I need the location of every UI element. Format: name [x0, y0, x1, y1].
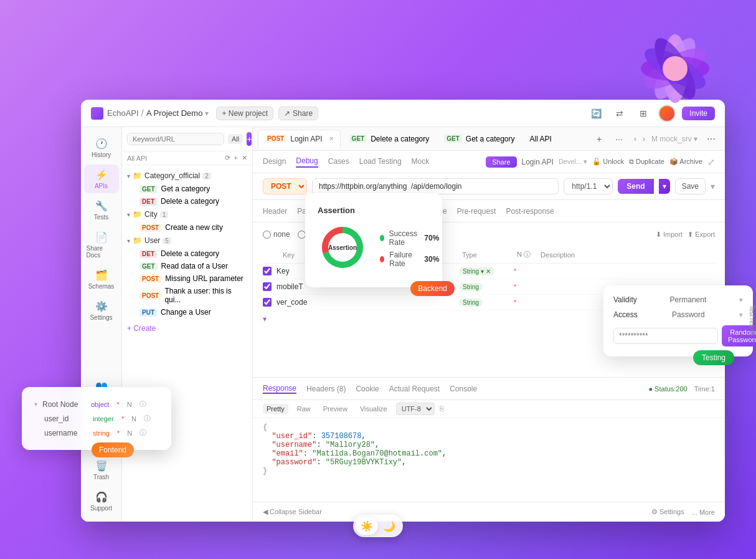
category-city[interactable]: ▾ 📁 City 1	[122, 208, 252, 221]
resp-tab-headers[interactable]: Headers (8)	[306, 385, 346, 393]
create-item[interactable]: + Create	[122, 322, 252, 335]
info-icon[interactable]: ⓘ	[139, 399, 146, 409]
tab-login-api[interactable]: POST Login API ✕	[258, 130, 341, 148]
nav-next-icon[interactable]: ›	[643, 135, 645, 143]
search-input[interactable]	[127, 133, 224, 145]
more-tree-icon[interactable]: ✕	[242, 154, 247, 162]
invite-button[interactable]: Invite	[682, 107, 715, 120]
params-tab-prerequest[interactable]: Pre-request	[457, 207, 496, 216]
resp-btn-preview[interactable]: Preview	[319, 404, 351, 414]
unlock-btn[interactable]: 🔓 Unlock	[592, 158, 624, 166]
nav-prev-icon[interactable]: ‹	[634, 135, 636, 143]
username-type: string	[93, 429, 110, 437]
encoding-select[interactable]: UTF-8	[396, 403, 435, 415]
resp-btn-raw[interactable]: Raw	[293, 404, 314, 414]
more-url-icon[interactable]: ▾	[711, 181, 715, 191]
new-project-button[interactable]: + New project	[216, 107, 273, 120]
share-button[interactable]: ↗ Share	[278, 107, 318, 120]
send-dropdown-button[interactable]: ▾	[659, 179, 670, 194]
expand-icon[interactable]: ▾	[34, 401, 37, 408]
sidebar-item-trash[interactable]: 🗑️ Trash	[84, 456, 119, 484]
resp-tab-response[interactable]: Response	[263, 384, 296, 394]
refresh-icon[interactable]: 🔄	[587, 105, 605, 122]
radio-none[interactable]: none	[263, 230, 290, 239]
sidebar-item-schemas[interactable]: 🗂️ Schemas	[84, 265, 119, 294]
share-docs-label: Share Docs	[87, 245, 116, 259]
info-icon[interactable]: ⓘ	[139, 428, 146, 437]
param-check[interactable]	[263, 298, 272, 307]
category-official[interactable]: ▾ 📁 Category_official 2	[122, 169, 252, 183]
resp-btn-pretty[interactable]: Pretty	[263, 404, 288, 414]
http-version-select[interactable]: http/1.1	[564, 178, 613, 194]
resp-tab-console[interactable]: Console	[450, 385, 477, 393]
sub-tab-mock[interactable]: Mock	[412, 157, 430, 167]
sidebar-item-support[interactable]: 🎧 Support	[84, 487, 119, 515]
sync-icon[interactable]: ⇄	[611, 105, 628, 122]
info-icon[interactable]: ⓘ	[144, 414, 151, 423]
save-button[interactable]: Save	[675, 178, 706, 194]
sub-tab-design[interactable]: Design	[263, 157, 286, 167]
list-item[interactable]: POST Missing URL parameter	[135, 272, 252, 285]
tab-get-category[interactable]: GET Get a category	[438, 130, 521, 148]
send-button[interactable]: Send	[618, 179, 653, 194]
tab-delete-category[interactable]: GET Delete a category	[343, 130, 436, 148]
param-check[interactable]	[263, 282, 272, 291]
more-link[interactable]: ... More	[692, 509, 715, 516]
sub-tab-load-testing[interactable]: Load Testing	[359, 157, 402, 167]
list-item[interactable]: DET Delete a category	[135, 195, 252, 208]
tab-all-api[interactable]: All API	[524, 130, 558, 148]
theme-toggle[interactable]: ☀️ 🌙	[353, 515, 403, 537]
validity-dropdown[interactable]: ▾	[739, 296, 743, 304]
copy-response-icon[interactable]: ⎘	[440, 404, 444, 413]
sidebar-item-tests[interactable]: 🔧 Tests	[84, 196, 119, 224]
duplicate-btn[interactable]: ⧉ Duplicate	[629, 158, 664, 166]
sidebar-item-history[interactable]: 🕐 History	[84, 133, 119, 162]
dark-mode-button[interactable]: 🌙	[378, 517, 400, 535]
list-item[interactable]: GET Get a category	[135, 183, 252, 195]
all-apis-label: All API	[127, 155, 147, 162]
expand-icon[interactable]: ⤢	[707, 157, 715, 167]
light-mode-button[interactable]: ☀️	[356, 517, 378, 535]
sidebar-item-settings[interactable]: ⚙️ Settings	[84, 296, 119, 325]
collapse-sidebar-button[interactable]: ◀ Collapse Sidebar	[263, 508, 322, 516]
sub-tab-debug[interactable]: Debug	[296, 156, 318, 168]
export-button[interactable]: ⬆ Export	[687, 231, 715, 239]
category-user[interactable]: ▾ 📁 User 5	[122, 234, 252, 247]
env-selector[interactable]: Devel... ▾	[559, 158, 587, 166]
category-chevron: ▾	[127, 211, 130, 218]
more-actions-icon[interactable]: ⋯	[702, 130, 720, 148]
params-tab-header[interactable]: Header	[263, 207, 287, 216]
avatar[interactable]	[658, 105, 676, 122]
password-input[interactable]	[613, 328, 718, 344]
window-icon[interactable]: ⊞	[635, 105, 652, 122]
tab-close-icon[interactable]: ✕	[329, 135, 334, 142]
list-item[interactable]: POST Create a new city	[135, 221, 252, 234]
sub-tab-cases[interactable]: Cases	[328, 157, 349, 167]
import-button[interactable]: ⬇ Import	[656, 231, 683, 239]
param-check[interactable]	[263, 267, 272, 275]
refresh-tree-icon[interactable]: ⟳	[225, 154, 230, 162]
sidebar-item-share-docs[interactable]: 📄 Share Docs	[84, 227, 119, 262]
list-item[interactable]: DET Delete a category	[135, 247, 252, 260]
add-tree-icon[interactable]: +	[234, 154, 238, 162]
access-value: Password	[672, 310, 705, 319]
resp-btn-visualize[interactable]: Visualize	[356, 404, 391, 414]
all-filter-badge[interactable]: All	[228, 134, 243, 144]
resp-tab-cookie[interactable]: Cookie	[356, 385, 379, 393]
tab-label: Delete a category	[371, 135, 429, 143]
add-tab-icon[interactable]: +	[590, 130, 608, 148]
list-item[interactable]: GET Read data of a User	[135, 260, 252, 272]
archive-btn[interactable]: 📦 Archive	[669, 158, 702, 166]
method-select[interactable]: POST	[263, 178, 307, 194]
params-tab-postresponse[interactable]: Post-response	[506, 207, 554, 216]
url-input[interactable]	[312, 178, 559, 194]
share-api-button[interactable]: Share	[486, 156, 516, 168]
list-item[interactable]: PUT Change a User	[135, 306, 252, 318]
list-item[interactable]: POST Thank a user: this is qui...	[135, 285, 252, 306]
settings-link[interactable]: ⚙ Settings	[651, 508, 684, 516]
more-tabs-icon[interactable]: ···	[610, 130, 628, 148]
access-dropdown[interactable]: ▾	[739, 311, 743, 319]
resp-tab-actual-request[interactable]: Actual Request	[389, 385, 440, 393]
sidebar-item-apis[interactable]: ⚡ APIs	[84, 165, 119, 193]
add-api-button[interactable]: +	[247, 132, 252, 146]
